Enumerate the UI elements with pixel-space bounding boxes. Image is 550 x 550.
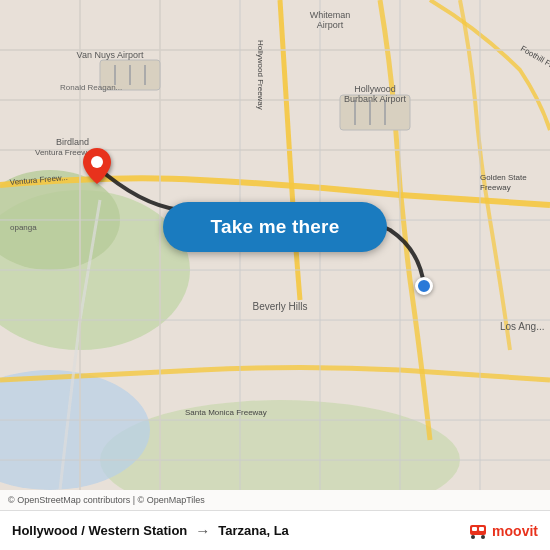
attribution-text: © OpenStreetMap contributors | © OpenMap…: [8, 495, 205, 505]
svg-point-49: [481, 535, 485, 539]
svg-text:Van Nuys Airport: Van Nuys Airport: [77, 50, 144, 60]
svg-text:Ronald Reagan...: Ronald Reagan...: [60, 83, 122, 92]
take-me-there-button[interactable]: Take me there: [163, 202, 387, 252]
svg-text:Burbank Airport: Burbank Airport: [344, 94, 407, 104]
map-container: Van Nuys Airport Hollywood Burbank Airpo…: [0, 0, 550, 490]
svg-text:opanga: opanga: [10, 223, 37, 232]
bottom-bar: Hollywood / Western Station → Tarzana, L…: [0, 510, 550, 550]
svg-point-48: [471, 535, 475, 539]
svg-text:Hollywood: Hollywood: [354, 84, 396, 94]
direction-arrow: →: [195, 522, 210, 539]
destination-pin: [83, 148, 111, 188]
svg-text:Golden State: Golden State: [480, 173, 527, 182]
svg-text:Hollywood Freeway: Hollywood Freeway: [256, 40, 265, 110]
moovit-logo: moovit: [468, 521, 538, 541]
origin-dot: [415, 277, 433, 295]
svg-text:Birdland: Birdland: [56, 137, 89, 147]
svg-rect-47: [479, 527, 484, 531]
map-attribution: © OpenStreetMap contributors | © OpenMap…: [0, 490, 550, 510]
svg-text:Whiteman: Whiteman: [310, 10, 351, 20]
svg-text:Santa Monica Freeway: Santa Monica Freeway: [185, 408, 267, 417]
svg-text:Airport: Airport: [317, 20, 344, 30]
moovit-text: moovit: [492, 523, 538, 539]
station-from: Hollywood / Western Station: [12, 523, 187, 538]
svg-text:Beverly Hills: Beverly Hills: [252, 301, 307, 312]
take-me-there-label: Take me there: [211, 216, 340, 238]
svg-text:Freeway: Freeway: [480, 183, 511, 192]
svg-text:Los Ang...: Los Ang...: [500, 321, 544, 332]
svg-rect-46: [472, 527, 477, 531]
svg-point-44: [91, 156, 103, 168]
moovit-icon: [468, 521, 488, 541]
station-to: Tarzana, La: [218, 523, 289, 538]
